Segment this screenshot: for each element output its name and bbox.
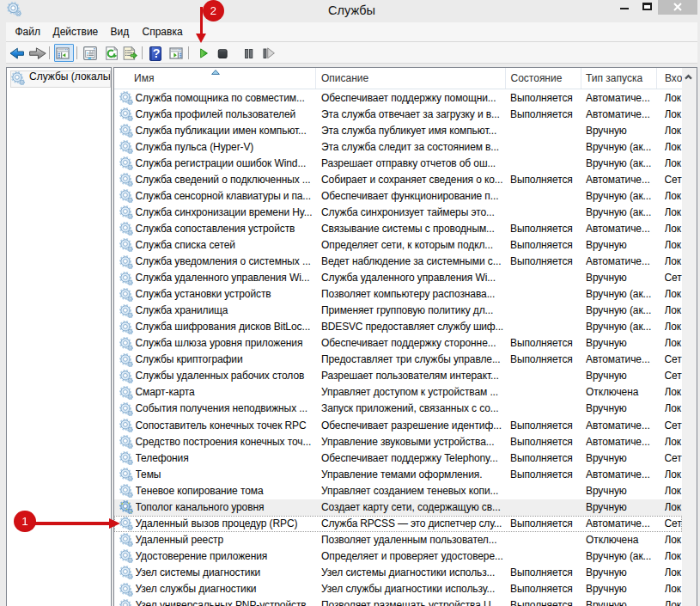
svg-text:?: ?: [153, 46, 161, 60]
